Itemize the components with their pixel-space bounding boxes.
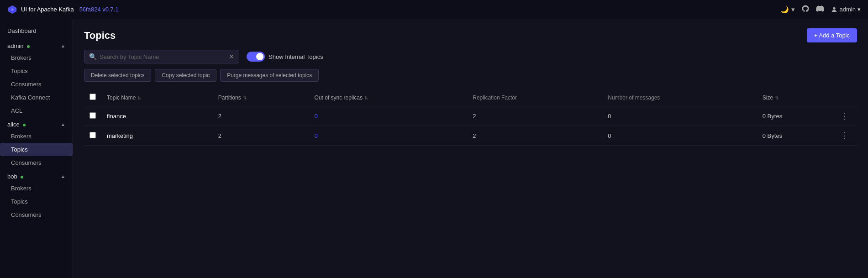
table-body: finance 2 0 2 0 0 Bytes ⋮ marketing bbox=[84, 106, 857, 146]
theme-icon[interactable]: 🌙 ▾ bbox=[780, 5, 794, 14]
purge-messages-button[interactable]: Purge messages of selected topics bbox=[220, 69, 319, 82]
copy-selected-button[interactable]: Copy selected topic bbox=[155, 69, 216, 82]
show-internal-topics-toggle[interactable] bbox=[247, 52, 265, 62]
svg-point-2 bbox=[11, 8, 14, 11]
page-title: Topics bbox=[84, 30, 116, 42]
sidebar-item-alice-brokers[interactable]: Brokers bbox=[0, 130, 73, 143]
sidebar-cluster-bob-name: bob bbox=[7, 173, 23, 180]
row-checkbox-marketing[interactable] bbox=[89, 132, 96, 138]
search-box: 🔍 ✕ bbox=[84, 50, 239, 63]
add-topic-button[interactable]: + Add a Topic bbox=[807, 28, 857, 42]
td-checkbox-marketing[interactable] bbox=[84, 126, 101, 146]
table-row: finance 2 0 2 0 0 Bytes ⋮ bbox=[84, 106, 857, 126]
td-menu-marketing[interactable]: ⋮ bbox=[832, 126, 857, 146]
sidebar-item-dashboard[interactable]: Dashboard bbox=[0, 23, 73, 39]
th-out-of-sync[interactable]: Out of sync replicas⇅ bbox=[309, 89, 468, 106]
th-select-all[interactable] bbox=[84, 89, 101, 106]
main-content: Topics + Add a Topic 🔍 ✕ Show Internal T… bbox=[73, 19, 868, 278]
sidebar-item-admin-topics[interactable]: Topics bbox=[0, 64, 73, 78]
sidebar-cluster-admin-header[interactable]: admin ▲ bbox=[0, 39, 73, 51]
td-messages-marketing: 0 bbox=[602, 126, 757, 146]
sidebar-cluster-bob: bob ▲ Brokers Topics Consumers bbox=[0, 169, 73, 221]
sidebar-item-admin-kafka-connect[interactable]: Kafka Connect bbox=[0, 91, 73, 104]
navbar: UI for Apache Kafka 56fa824 v0.7.1 🌙 ▾ a… bbox=[0, 0, 868, 19]
td-size-finance: 0 Bytes bbox=[757, 106, 832, 126]
td-replication-finance: 2 bbox=[467, 106, 602, 126]
th-actions bbox=[832, 89, 857, 106]
search-icon: 🔍 bbox=[89, 53, 97, 60]
topic-name-sort-icon: ⇅ bbox=[137, 95, 141, 100]
username-label: admin bbox=[840, 6, 856, 13]
sidebar-item-admin-consumers[interactable]: Consumers bbox=[0, 78, 73, 91]
td-checkbox-finance[interactable] bbox=[84, 106, 101, 126]
topics-table: Topic Name⇅ Partitions⇅ Out of sync repl… bbox=[84, 89, 857, 146]
github-icon[interactable] bbox=[801, 5, 810, 15]
table-row: marketing 2 0 2 0 0 Bytes ⋮ bbox=[84, 126, 857, 146]
sidebar-cluster-admin-chevron: ▲ bbox=[61, 43, 65, 48]
table-header: Topic Name⇅ Partitions⇅ Out of sync repl… bbox=[84, 89, 857, 106]
td-replication-marketing: 2 bbox=[467, 126, 602, 146]
td-out-of-sync-finance: 0 bbox=[309, 106, 468, 126]
sidebar-cluster-alice-header[interactable]: alice ▲ bbox=[0, 117, 73, 130]
user-chevron-icon: ▾ bbox=[857, 6, 861, 13]
out-of-sync-sort-icon: ⇅ bbox=[364, 95, 368, 100]
row-menu-button-finance[interactable]: ⋮ bbox=[838, 111, 852, 121]
sidebar-cluster-bob-header[interactable]: bob ▲ bbox=[0, 169, 73, 182]
th-topic-name[interactable]: Topic Name⇅ bbox=[101, 89, 213, 106]
app-version: 56fa824 v0.7.1 bbox=[79, 6, 119, 13]
sidebar-item-admin-brokers[interactable]: Brokers bbox=[0, 51, 73, 64]
navbar-right: 🌙 ▾ admin ▾ bbox=[780, 5, 861, 15]
sidebar-item-alice-consumers[interactable]: Consumers bbox=[0, 156, 73, 169]
sidebar-item-bob-brokers[interactable]: Brokers bbox=[0, 182, 73, 195]
brand: UI for Apache Kafka bbox=[7, 5, 74, 15]
th-partitions[interactable]: Partitions⇅ bbox=[213, 89, 309, 106]
sidebar-item-admin-acl[interactable]: ACL bbox=[0, 104, 73, 117]
sidebar-cluster-alice-chevron: ▲ bbox=[61, 122, 65, 127]
td-name-marketing[interactable]: marketing bbox=[101, 126, 213, 146]
sidebar: Dashboard admin ▲ Brokers Topics Consume… bbox=[0, 19, 73, 278]
app-name: UI for Apache Kafka bbox=[21, 6, 74, 13]
th-num-messages: Number of messages bbox=[602, 89, 757, 106]
sidebar-cluster-alice: alice ▲ Brokers Topics Consumers bbox=[0, 117, 73, 169]
partitions-sort-icon: ⇅ bbox=[243, 95, 247, 100]
td-name-finance[interactable]: finance bbox=[101, 106, 213, 126]
toggle-row: Show Internal Topics bbox=[247, 52, 323, 62]
delete-selected-button[interactable]: Delete selected topics bbox=[84, 69, 151, 82]
search-clear-icon[interactable]: ✕ bbox=[229, 53, 234, 60]
toggle-label: Show Internal Topics bbox=[268, 53, 323, 60]
sidebar-item-bob-consumers[interactable]: Consumers bbox=[0, 208, 73, 221]
td-messages-finance: 0 bbox=[602, 106, 757, 126]
td-size-marketing: 0 Bytes bbox=[757, 126, 832, 146]
sidebar-cluster-admin: admin ▲ Brokers Topics Consumers Kafka C… bbox=[0, 39, 73, 117]
sidebar-cluster-alice-name: alice bbox=[7, 121, 26, 128]
search-input[interactable] bbox=[100, 53, 226, 60]
th-replication-factor: Replication Factor bbox=[467, 89, 602, 106]
size-sort-icon: ⇅ bbox=[775, 95, 779, 100]
th-size[interactable]: Size⇅ bbox=[757, 89, 832, 106]
svg-point-3 bbox=[833, 7, 835, 9]
row-checkbox-finance[interactable] bbox=[89, 112, 96, 119]
sidebar-item-alice-topics[interactable]: Topics bbox=[0, 143, 73, 156]
discord-icon[interactable] bbox=[816, 5, 824, 15]
td-out-of-sync-marketing: 0 bbox=[309, 126, 468, 146]
td-partitions-marketing: 2 bbox=[213, 126, 309, 146]
user-menu[interactable]: admin ▾ bbox=[831, 6, 861, 13]
sidebar-cluster-admin-name: admin bbox=[7, 42, 30, 49]
search-row: 🔍 ✕ Show Internal Topics bbox=[84, 50, 857, 63]
select-all-checkbox[interactable] bbox=[89, 94, 96, 100]
brand-logo bbox=[7, 5, 17, 15]
td-menu-finance[interactable]: ⋮ bbox=[832, 106, 857, 126]
sidebar-item-bob-topics[interactable]: Topics bbox=[0, 195, 73, 208]
row-menu-button-marketing[interactable]: ⋮ bbox=[838, 131, 852, 141]
page-header: Topics + Add a Topic bbox=[84, 28, 857, 42]
action-bar: Delete selected topics Copy selected top… bbox=[84, 69, 857, 82]
td-partitions-finance: 2 bbox=[213, 106, 309, 126]
sidebar-cluster-bob-chevron: ▲ bbox=[61, 174, 65, 179]
